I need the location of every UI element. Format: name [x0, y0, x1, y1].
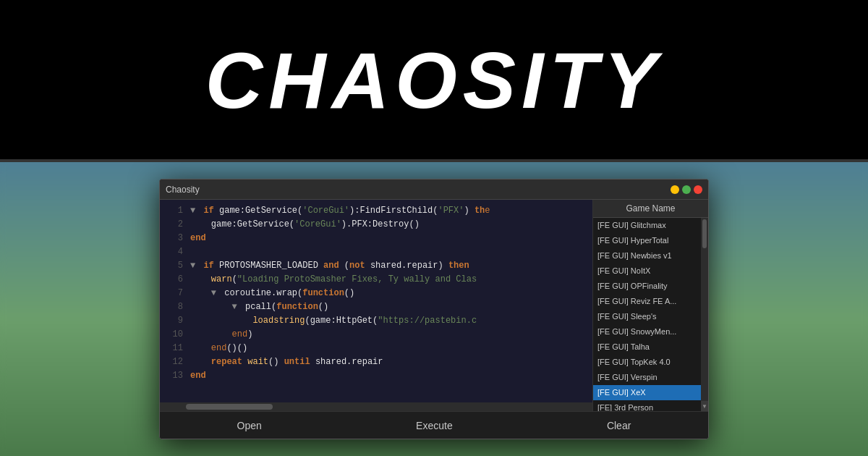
game-item[interactable]: [FE GUI] Talha — [593, 339, 708, 355]
code-line-10: end) — [190, 328, 592, 342]
logo-text: CHAOSITY — [205, 34, 663, 126]
game-item[interactable]: [FE GUI] Sleep's — [593, 309, 708, 324]
scrollbar-thumb[interactable] — [186, 404, 273, 410]
game-item[interactable]: [FE GUI] NoItX — [593, 263, 708, 279]
code-line-11: end()() — [190, 342, 592, 355]
game-list[interactable]: [FE GUI] Glitchmax [FE GUI] HyperTotal [… — [593, 218, 708, 411]
window-title: Chaosity — [166, 185, 200, 195]
app-window: Chaosity 1 2 3 4 5 6 7 — [159, 179, 709, 439]
game-panel-header: Game Name — [593, 200, 708, 218]
code-content: 1 2 3 4 5 6 7 8 9 10 11 12 13 — [160, 200, 592, 402]
panel-scroll-down-arrow[interactable]: ▼ — [701, 401, 708, 411]
code-line-3: end — [190, 232, 592, 245]
window-body: 1 2 3 4 5 6 7 8 9 10 11 12 13 — [160, 200, 708, 411]
game-item-selected[interactable]: [FE GUI] XeX — [593, 385, 708, 400]
game-item[interactable]: [FE GUI] Verspin — [593, 370, 708, 385]
game-item[interactable]: [FE GUI] SnowyMen... — [593, 324, 708, 339]
panel-scrollbar[interactable]: ▼ — [701, 218, 708, 411]
code-line-2: game:GetService('CoreGui').PFX:Destroy() — [190, 218, 592, 232]
execute-button[interactable]: Execute — [401, 417, 467, 434]
bottom-bar: Open Execute Clear — [160, 411, 708, 439]
code-line-12: repeat wait() until shared.repair — [190, 355, 592, 369]
game-item[interactable]: [FE GUI] OPFinality — [593, 279, 708, 294]
game-panel: Game Name [FE GUI] Glitchmax [FE GUI] Hy… — [592, 200, 708, 411]
code-line-9: loadstring(game:HttpGet("https://pastebi… — [190, 314, 592, 328]
game-item[interactable]: [FE GUI] HyperTotal — [593, 233, 708, 248]
code-scrollbar[interactable] — [160, 402, 592, 411]
content-area: Chaosity 1 2 3 4 5 6 7 — [0, 162, 868, 456]
code-line-1: ▼ if game:GetService('CoreGui'):FindFirs… — [190, 204, 592, 218]
top-banner: CHAOSITY — [0, 0, 868, 159]
code-editor[interactable]: 1 2 3 4 5 6 7 8 9 10 11 12 13 — [160, 200, 592, 411]
code-lines: ▼ if game:GetService('CoreGui'):FindFirs… — [186, 204, 592, 398]
panel-scroll-thumb[interactable] — [702, 219, 707, 248]
window-controls — [671, 185, 702, 194]
code-line-6: warn("Loading ProtoSmasher Fixes, Ty wal… — [190, 273, 592, 287]
minimize-button[interactable] — [671, 185, 679, 194]
code-line-5: ▼ if PROTOSMASHER_LOADED and (not shared… — [190, 259, 592, 273]
code-line-7: ▼ coroutine.wrap(function() — [190, 287, 592, 300]
title-bar: Chaosity — [160, 180, 708, 200]
game-item[interactable]: [FE GUI] TopKek 4.0 — [593, 355, 708, 370]
banner-border — [0, 159, 868, 162]
maximize-button[interactable] — [682, 185, 691, 194]
game-item[interactable]: [FE GUI] Reviz FE A... — [593, 294, 708, 309]
line-numbers: 1 2 3 4 5 6 7 8 9 10 11 12 13 — [160, 204, 186, 398]
code-line-13: end — [190, 369, 592, 383]
game-item[interactable]: [FE GUI] Newbies v1 — [593, 248, 708, 263]
code-line-8: ▼ pcall(function() — [190, 300, 592, 314]
code-line-4 — [190, 245, 592, 259]
open-button[interactable]: Open — [223, 417, 276, 434]
close-button[interactable] — [694, 185, 702, 194]
game-item[interactable]: [FE] 3rd Person — [593, 400, 708, 411]
clear-button[interactable]: Clear — [592, 417, 645, 434]
game-item[interactable]: [FE GUI] Glitchmax — [593, 218, 708, 233]
